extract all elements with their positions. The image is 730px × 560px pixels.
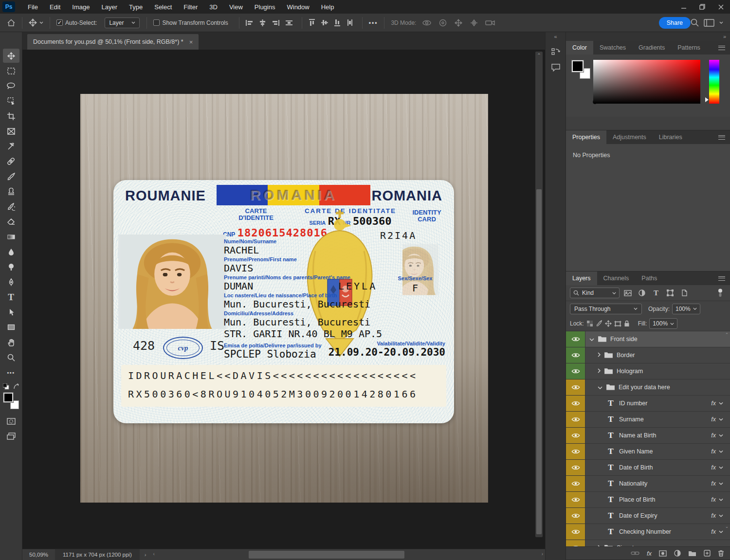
layer-name[interactable]: Date of Expiry: [619, 512, 657, 519]
menu-window[interactable]: Window: [281, 1, 315, 13]
lock-pixels-icon[interactable]: [596, 320, 602, 327]
scroll-left-icon[interactable]: ‹: [153, 551, 155, 557]
tab-layers[interactable]: Layers: [566, 271, 597, 285]
layer-fx-badge[interactable]: fx: [711, 416, 716, 423]
restore-button[interactable]: [693, 0, 712, 14]
default-colors-icon[interactable]: [3, 383, 9, 390]
layer-fx-badge[interactable]: fx: [711, 432, 716, 439]
search-icon[interactable]: [691, 18, 699, 27]
menu-type[interactable]: Type: [123, 1, 148, 13]
add-layer-mask-icon[interactable]: [659, 550, 667, 557]
menu-plugins[interactable]: Plugins: [249, 1, 281, 13]
layer-name[interactable]: Name at Birth: [619, 432, 656, 439]
layer-visibility-eye-icon[interactable]: [566, 492, 585, 507]
menu-help[interactable]: Help: [315, 1, 340, 13]
scroll-up-icon[interactable]: ⌃: [724, 332, 730, 337]
layer-name[interactable]: Checking Nnumber: [619, 528, 671, 535]
tab-libraries[interactable]: Libraries: [653, 130, 689, 144]
layer-visibility-eye-icon[interactable]: [566, 524, 585, 540]
fill-value[interactable]: 100%: [649, 318, 677, 329]
tab-channels[interactable]: Channels: [597, 271, 636, 285]
lock-position-icon[interactable]: [605, 320, 612, 327]
layer-name[interactable]: ID number: [619, 400, 647, 407]
layer-name[interactable]: Surname: [619, 416, 644, 423]
filter-type-layers-icon[interactable]: T: [650, 288, 662, 298]
layer-row-signature[interactable]: Signature: [566, 540, 730, 546]
text-layer-thumbnail[interactable]: T: [606, 511, 616, 521]
document-tab-close-icon[interactable]: ×: [189, 38, 193, 46]
brush-tool[interactable]: [3, 169, 19, 183]
orbit-3d-icon[interactable]: [422, 19, 432, 27]
edit-toolbar-button[interactable]: •••: [3, 365, 19, 379]
group-collapsed-chevron-icon[interactable]: [598, 352, 601, 359]
home-button[interactable]: [4, 19, 18, 27]
menu-edit[interactable]: Edit: [44, 1, 66, 13]
fx-chevron-icon[interactable]: [719, 514, 723, 517]
slide-3d-icon[interactable]: [470, 19, 478, 27]
swap-colors-icon[interactable]: [13, 383, 19, 390]
canvas-area[interactable]: ROUMANIE ROMANIA ROMANIA CARTED'IDENTITE…: [22, 50, 545, 549]
layer-visibility-eye-icon[interactable]: [566, 476, 585, 491]
panel-foreground-swatch[interactable]: [572, 60, 584, 72]
layer-row-id-number[interactable]: TID numberfx: [566, 396, 730, 412]
layer-name[interactable]: Signature: [617, 544, 643, 546]
layer-visibility-eye-icon[interactable]: [566, 444, 585, 459]
lasso-tool[interactable]: [3, 79, 19, 93]
layer-row-border[interactable]: Border: [566, 347, 730, 363]
menu-image[interactable]: Image: [66, 1, 95, 13]
tool-preset-move[interactable]: [26, 18, 46, 27]
layer-name[interactable]: Nationality: [619, 480, 647, 487]
workspace-chevron-icon[interactable]: [719, 21, 723, 24]
layer-visibility-eye-icon[interactable]: [566, 396, 585, 411]
object-selection-tool[interactable]: [3, 94, 19, 108]
layer-fx-badge[interactable]: fx: [711, 400, 716, 407]
share-button[interactable]: Share: [659, 17, 691, 29]
layers-panel-menu-icon[interactable]: [718, 271, 730, 285]
text-layer-thumbnail[interactable]: T: [606, 415, 616, 424]
layer-row-date-of-birth[interactable]: TDate of Birthfx: [566, 460, 730, 476]
layer-row-front-side[interactable]: Front side: [566, 331, 730, 347]
distribute-v-icon[interactable]: [347, 19, 353, 26]
marquee-tool[interactable]: [3, 64, 19, 78]
text-layer-thumbnail[interactable]: T: [606, 447, 616, 456]
scroll-down-icon[interactable]: ⌄: [724, 524, 730, 529]
layer-row-date-of-expiry[interactable]: TDate of Expiryfx: [566, 508, 730, 524]
move-tool[interactable]: [3, 49, 19, 63]
layer-name[interactable]: Front side: [610, 336, 638, 343]
menu-select[interactable]: Select: [148, 1, 178, 13]
dodge-tool[interactable]: [3, 260, 19, 274]
layers-list-scrollbar[interactable]: ⌃⌄: [724, 331, 730, 546]
vertical-scroll-thumb[interactable]: [536, 189, 542, 534]
layer-visibility-eye-icon[interactable]: [566, 412, 585, 427]
text-layer-thumbnail[interactable]: T: [606, 495, 616, 505]
layer-name[interactable]: Edit your data here: [619, 384, 670, 391]
foreground-color-swatch[interactable]: [3, 393, 13, 402]
align-center-h-icon[interactable]: [259, 19, 266, 26]
saturation-brightness-field[interactable]: [593, 60, 700, 104]
tab-color[interactable]: Color: [566, 41, 593, 54]
tab-paths[interactable]: Paths: [635, 271, 663, 285]
comments-panel-icon[interactable]: [551, 63, 561, 72]
distribute-h-icon[interactable]: [285, 19, 293, 26]
eraser-tool[interactable]: [3, 215, 19, 229]
layer-visibility-eye-icon[interactable]: [566, 428, 585, 443]
gradient-tool[interactable]: [3, 230, 19, 244]
layer-visibility-eye-icon[interactable]: [566, 363, 585, 379]
history-brush-tool[interactable]: [3, 199, 19, 214]
layer-visibility-eye-icon[interactable]: [566, 347, 585, 363]
blend-mode-dropdown[interactable]: Pass Through: [570, 304, 642, 314]
fx-chevron-icon[interactable]: [719, 498, 723, 501]
roll-3d-icon[interactable]: [438, 19, 447, 27]
fx-chevron-icon[interactable]: [719, 434, 723, 437]
hand-tool[interactable]: [3, 335, 19, 349]
history-panel-icon[interactable]: [551, 47, 561, 56]
align-left-icon[interactable]: [246, 19, 253, 26]
group-collapsed-chevron-icon[interactable]: [598, 368, 601, 375]
new-adjustment-layer-icon[interactable]: [674, 550, 681, 557]
canvas-horizontal-scrollbar[interactable]: ‹ ›: [151, 549, 545, 560]
layer-visibility-eye-icon[interactable]: [566, 331, 585, 347]
text-layer-thumbnail[interactable]: T: [606, 527, 616, 537]
filter-shape-layers-icon[interactable]: [664, 288, 676, 298]
group-expanded-chevron-icon[interactable]: [589, 336, 594, 343]
layer-visibility-eye-icon[interactable]: [566, 379, 585, 395]
